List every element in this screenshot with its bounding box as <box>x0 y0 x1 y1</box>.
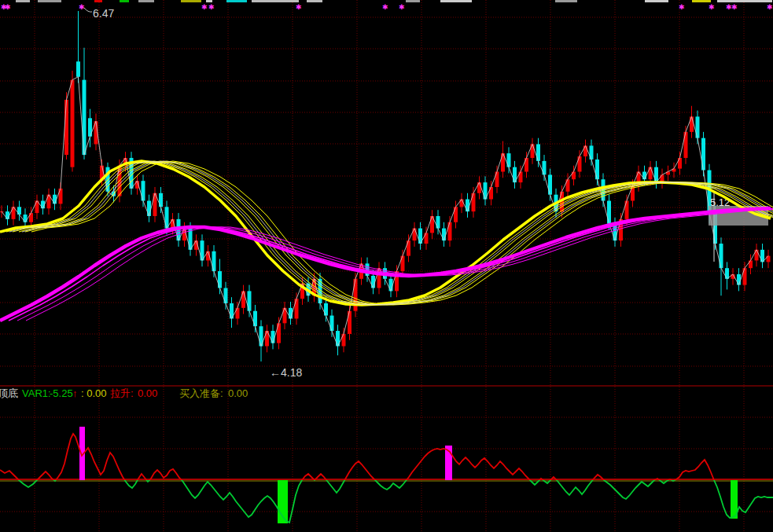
signal-marker-icon: ✱ <box>5 3 11 11</box>
candle-body <box>425 233 429 244</box>
candle-body <box>536 144 540 160</box>
candle-body <box>241 291 245 307</box>
candle-body <box>749 260 753 268</box>
candle-body <box>495 171 499 186</box>
candle-body <box>71 80 75 167</box>
candle-body <box>649 167 653 180</box>
candle-body <box>76 61 80 76</box>
candle-body <box>454 207 458 222</box>
candle-body <box>253 311 257 326</box>
candle-body <box>64 100 68 155</box>
extra-value: : 0.00 <box>81 387 107 400</box>
candle-body <box>159 193 163 207</box>
candle-body <box>277 323 281 343</box>
candle-body <box>489 187 493 200</box>
candle-body <box>248 291 252 310</box>
clipped-legend-fragment <box>645 0 668 2</box>
candle-body <box>531 144 535 158</box>
clipped-legend-fragment <box>206 0 212 2</box>
candle-body <box>737 274 741 285</box>
signal-marker-icon: ✱ <box>201 3 208 11</box>
lasheng-label: 拉升: <box>110 387 134 400</box>
candle-body <box>625 201 629 219</box>
candle-body <box>743 268 747 284</box>
candle-body <box>578 156 582 171</box>
candle-body <box>342 334 346 347</box>
candle-body <box>218 271 222 288</box>
candle-body <box>642 171 646 179</box>
candle-body <box>684 132 688 158</box>
candle-body <box>389 279 393 292</box>
high-price-label: 6.47 <box>93 7 114 20</box>
candle-body <box>477 182 481 193</box>
signal-marker-icon: ✱ <box>296 3 302 11</box>
candle-body <box>720 244 723 268</box>
candle-body <box>701 138 705 171</box>
candle-body <box>83 80 87 155</box>
candle-body <box>201 240 204 260</box>
candle-body <box>371 276 375 288</box>
candle-body <box>401 256 405 271</box>
signal-marker-icon: ✱ <box>679 3 685 11</box>
signal-marker-icon: ✱ <box>709 3 715 11</box>
candle-body <box>17 207 21 215</box>
candle-body <box>448 222 452 240</box>
main-chart-canvas[interactable]: 5.12✱✱✱✱✱✱✱✱✱✱✱✱✱6.47←4.18 <box>0 0 773 532</box>
candle-body <box>460 200 464 207</box>
clipped-legend-fragment <box>138 0 154 2</box>
clipped-legend-fragment <box>252 0 299 2</box>
candle-body <box>165 207 169 228</box>
candle-body <box>407 240 410 255</box>
clipped-legend-fragment <box>717 0 772 2</box>
signal-marker-icon: ✱ <box>79 3 85 11</box>
candle-body <box>696 116 700 138</box>
signal-marker-icon: ✱ <box>399 3 405 11</box>
candle-body <box>466 200 469 212</box>
indicator-name[interactable]: 顶底 <box>0 387 18 400</box>
candle-body <box>525 158 528 172</box>
signal-marker-icon: ✱ <box>731 3 738 11</box>
clipped-legend-fragment <box>120 0 129 2</box>
candle-body <box>29 213 33 222</box>
clipped-legend-fragment <box>94 0 102 2</box>
clipped-legend-fragment <box>38 0 61 2</box>
candle-body <box>566 179 570 192</box>
candle-body <box>548 174 552 194</box>
candle-body <box>678 158 682 169</box>
up-arrow-icon: ↑ <box>72 387 78 400</box>
candle-body <box>507 153 511 167</box>
clipped-legend-fragment <box>406 0 420 2</box>
candle-body <box>472 193 476 211</box>
clipped-legend-fragment <box>692 0 711 2</box>
candle-body <box>354 279 358 311</box>
candle-body <box>519 171 523 182</box>
clipped-legend-fragment <box>555 0 577 2</box>
candle-body <box>583 145 587 156</box>
clipped-legend-fragment <box>16 0 30 2</box>
candle-body <box>348 311 352 334</box>
candle-body <box>142 181 145 200</box>
candle-body <box>224 288 228 303</box>
candle-body <box>295 299 299 318</box>
candle-body <box>147 201 151 216</box>
left-arrow-icon: ← <box>270 366 281 379</box>
clipped-legend-fragment <box>307 0 322 2</box>
low-price-label: 4.18 <box>281 366 302 379</box>
clipped-legend-fragment <box>440 0 472 2</box>
candle-body <box>212 251 216 271</box>
candle-body <box>59 189 63 204</box>
candle-body <box>543 161 547 175</box>
candle-body <box>330 316 334 331</box>
candle-body <box>725 268 729 279</box>
candle-body <box>590 145 594 160</box>
candle-body <box>413 229 417 241</box>
candle-body <box>595 160 599 179</box>
candle-body <box>236 308 240 319</box>
candle-body <box>442 229 446 241</box>
stock-chart-window: 5.12✱✱✱✱✱✱✱✱✱✱✱✱✱6.47←4.18 顶底 VAR1: -5.2… <box>0 0 773 532</box>
buy-ready-label: 买入准备: <box>179 387 223 400</box>
buy-ready-value: 0.00 <box>228 387 248 400</box>
signal-marker-icon: ✱ <box>208 3 215 11</box>
var1-value: -5.25 <box>50 387 73 400</box>
candle-body <box>607 201 611 224</box>
